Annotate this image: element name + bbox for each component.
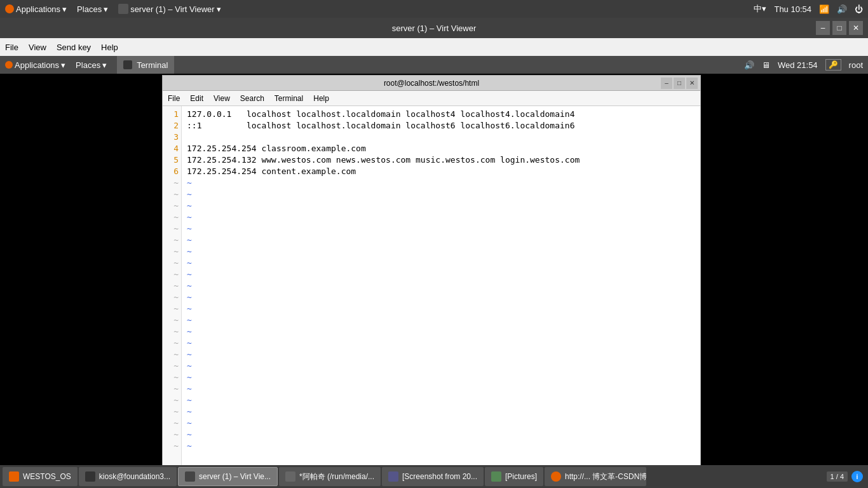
taskbar-pictures-label: [Pictures] bbox=[505, 472, 537, 481]
host-virt-menu[interactable]: server (1) – Virt Viewer ▾ bbox=[118, 4, 220, 14]
taskbar-pictures[interactable]: [Pictures] bbox=[485, 467, 543, 486]
terminal-menu-view[interactable]: View bbox=[214, 94, 230, 103]
line-num-tilde-23: ~ bbox=[163, 429, 181, 440]
line-num-tilde-17: ~ bbox=[163, 360, 181, 372]
tilde-1: ~ bbox=[187, 177, 695, 189]
taskbar-westos-label: WESTOS_OS bbox=[23, 472, 71, 481]
guest-terminal-tab[interactable]: Terminal bbox=[117, 56, 174, 74]
taskbar-westos[interactable]: WESTOS_OS bbox=[3, 467, 78, 486]
tilde-9: ~ bbox=[187, 269, 695, 280]
host-taskbar: WESTOS_OS kiosk@foundation3... server (1… bbox=[0, 465, 868, 488]
guest-topbar: Applications ▾ Places ▾ Terminal 🔊 🖥 Wed… bbox=[0, 56, 868, 74]
terminal-menubar: File Edit View Search Terminal Help bbox=[163, 91, 700, 106]
line-num-tilde-8: ~ bbox=[163, 257, 181, 269]
host-applications-arrow: ▾ bbox=[62, 4, 67, 14]
line-num-tilde-1: ~ bbox=[163, 177, 181, 189]
line-num-tilde-20: ~ bbox=[163, 395, 181, 406]
virt-titlebar: server (1) – Virt Viewer – □ ✕ bbox=[0, 18, 868, 38]
line-num-5: 5 bbox=[163, 154, 181, 166]
tilde-16: ~ bbox=[187, 349, 695, 360]
line-num-1: 1 bbox=[163, 109, 181, 120]
browser-icon bbox=[551, 471, 561, 482]
line-num-tilde-24: ~ bbox=[163, 440, 181, 452]
line-num-tilde-12: ~ bbox=[163, 303, 181, 315]
line-num-tilde-18: ~ bbox=[163, 372, 181, 383]
tilde-10: ~ bbox=[187, 280, 695, 292]
host-ime[interactable]: 中▾ bbox=[754, 3, 766, 15]
tilde-11: ~ bbox=[187, 292, 695, 303]
virt-title: server (1) – Virt Viewer bbox=[392, 24, 476, 33]
tilde-14: ~ bbox=[187, 326, 695, 337]
tilde-18: ~ bbox=[187, 372, 695, 383]
apachi-icon bbox=[285, 471, 295, 482]
guest-time: Wed 21:54 bbox=[778, 60, 818, 70]
code-line-5: 172.25.254.132 www.westos.com news.westo… bbox=[187, 154, 695, 166]
guest-display-icon: 🖥 bbox=[762, 60, 770, 70]
host-places-menu[interactable]: Places ▾ bbox=[77, 4, 108, 14]
code-line-3 bbox=[187, 132, 695, 143]
line-num-tilde-7: ~ bbox=[163, 246, 181, 257]
host-time: Thu 10:54 bbox=[774, 4, 811, 14]
terminal-window: root@localhost:/westos/html – □ ✕ File E… bbox=[162, 75, 701, 488]
guest-applications-menu[interactable]: Applications ▾ bbox=[5, 60, 65, 70]
terminal-menu-help[interactable]: Help bbox=[313, 94, 329, 103]
guest-applications-arrow: ▾ bbox=[61, 60, 65, 70]
terminal-menu-file[interactable]: File bbox=[168, 94, 180, 103]
terminal-titlebar: root@localhost:/westos/html – □ ✕ bbox=[163, 76, 700, 91]
guest-terminal-label: Terminal bbox=[137, 60, 168, 70]
host-applications-menu[interactable]: Applications ▾ bbox=[5, 4, 67, 14]
tilde-24: ~ bbox=[187, 440, 695, 452]
guest-user-icon: 🔑 bbox=[825, 59, 841, 71]
taskbar-kiosk-label: kiosk@foundation3... bbox=[99, 472, 170, 481]
taskbar-screenshot-label: [Screenshot from 20... bbox=[402, 472, 477, 481]
virt-taskbar-icon bbox=[185, 471, 195, 482]
guest-vm-area: Applications ▾ Places ▾ Terminal 🔊 🖥 Wed… bbox=[0, 56, 868, 488]
taskbar-browser[interactable]: http://... 博文革-CSDN博客... bbox=[545, 467, 646, 486]
taskbar-screenshot[interactable]: [Screenshot from 20... bbox=[382, 467, 484, 486]
pictures-icon bbox=[491, 471, 501, 482]
taskbar-kiosk[interactable]: kiosk@foundation3... bbox=[79, 467, 177, 486]
virt-minimize-button[interactable]: – bbox=[816, 21, 830, 35]
line-num-tilde-9: ~ bbox=[163, 269, 181, 280]
terminal-menu-search[interactable]: Search bbox=[240, 94, 264, 103]
host-power-icon[interactable]: ⏻ bbox=[855, 4, 863, 14]
terminal-minimize-button[interactable]: – bbox=[661, 78, 672, 89]
virt-menu-sendkey[interactable]: Send key bbox=[57, 43, 91, 52]
taskbar-apachi[interactable]: *阿帕奇 (/run/media/... bbox=[279, 467, 381, 486]
line-num-tilde-10: ~ bbox=[163, 280, 181, 292]
taskbar-virt[interactable]: server (1) – Virt Vie... bbox=[178, 467, 278, 486]
terminal-content[interactable]: 1 2 3 4 5 6 ~ ~ ~ ~ ~ ~ ~ ~ ~ bbox=[163, 106, 700, 468]
terminal-maximize-button[interactable]: □ bbox=[674, 78, 685, 89]
tilde-12: ~ bbox=[187, 303, 695, 315]
host-wifi-icon: 📶 bbox=[819, 4, 829, 14]
taskbar-browser-label: http://... 博文革-CSDN博客... bbox=[565, 471, 646, 482]
guest-applications-label: Applications bbox=[15, 60, 59, 70]
virt-menu-file[interactable]: File bbox=[5, 43, 18, 52]
guest-places-menu[interactable]: Places ▾ bbox=[76, 60, 107, 70]
code-area[interactable]: 127.0.0.1 localhost localhost.localdomai… bbox=[182, 106, 700, 468]
guest-places-arrow: ▾ bbox=[102, 60, 107, 70]
terminal-menu-edit[interactable]: Edit bbox=[190, 94, 203, 103]
line-num-tilde-14: ~ bbox=[163, 326, 181, 337]
guest-user-label: root bbox=[849, 60, 863, 70]
host-virt-arrow: ▾ bbox=[217, 4, 221, 14]
tilde-7: ~ bbox=[187, 246, 695, 257]
terminal-menu-terminal[interactable]: Terminal bbox=[275, 94, 303, 103]
code-line-1: 127.0.0.1 localhost localhost.localdomai… bbox=[187, 109, 695, 120]
guest-volume-icon: 🔊 bbox=[744, 60, 754, 70]
line-num-tilde-6: ~ bbox=[163, 234, 181, 246]
virt-menu-view[interactable]: View bbox=[29, 43, 46, 52]
virt-menu-help[interactable]: Help bbox=[101, 43, 118, 52]
taskbar-virt-label: server (1) – Virt Vie... bbox=[199, 472, 271, 481]
tilde-15: ~ bbox=[187, 337, 695, 349]
taskbar-apachi-label: *阿帕奇 (/run/media/... bbox=[299, 471, 374, 482]
virt-maximize-button[interactable]: □ bbox=[832, 21, 846, 35]
terminal-close-button[interactable]: ✕ bbox=[686, 78, 698, 89]
taskbar-page-indicator: 1 / 4 bbox=[827, 471, 848, 482]
line-num-tilde-19: ~ bbox=[163, 383, 181, 395]
line-num-tilde-13: ~ bbox=[163, 315, 181, 326]
line-num-tilde-3: ~ bbox=[163, 200, 181, 212]
line-num-tilde-15: ~ bbox=[163, 337, 181, 349]
virt-close-button[interactable]: ✕ bbox=[849, 21, 863, 35]
tilde-22: ~ bbox=[187, 417, 695, 429]
